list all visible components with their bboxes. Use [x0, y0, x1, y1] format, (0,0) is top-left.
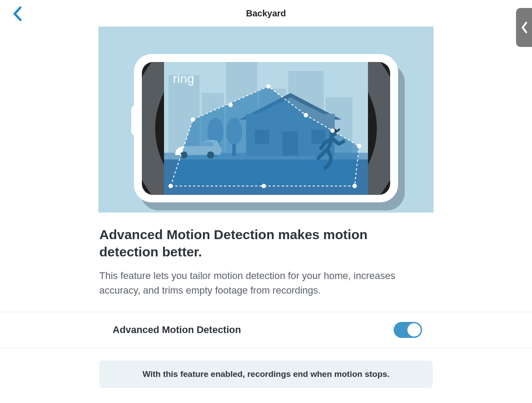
back-button[interactable]: [12, 6, 22, 23]
phone-screen: ring: [142, 62, 390, 195]
svg-point-1: [207, 151, 214, 159]
page-title: Backyard: [246, 8, 286, 19]
feature-heading: Advanced Motion Detection makes motion d…: [99, 226, 410, 260]
svg-point-6: [266, 84, 270, 89]
setting-label: Advanced Motion Detection: [113, 324, 241, 336]
person-icon: [314, 128, 345, 172]
ring-logo: ring: [173, 72, 195, 86]
svg-point-8: [357, 144, 361, 148]
svg-point-0: [180, 151, 188, 159]
side-drawer-handle[interactable]: [516, 8, 532, 47]
hero-illustration: ring: [98, 27, 434, 213]
chevron-left-icon: [12, 6, 22, 21]
chevron-left-icon: [521, 21, 528, 34]
info-banner: With this feature enabled, recordings en…: [99, 360, 433, 388]
header: Backyard: [0, 0, 532, 27]
setting-row-advanced-motion: Advanced Motion Detection: [0, 312, 532, 348]
content-area: ring Advanced Motion Detection makes mot…: [98, 27, 434, 388]
phone-frame: ring: [134, 54, 398, 202]
advanced-motion-toggle[interactable]: [394, 322, 422, 338]
feature-description: This feature lets you tailor motion dete…: [99, 268, 410, 298]
